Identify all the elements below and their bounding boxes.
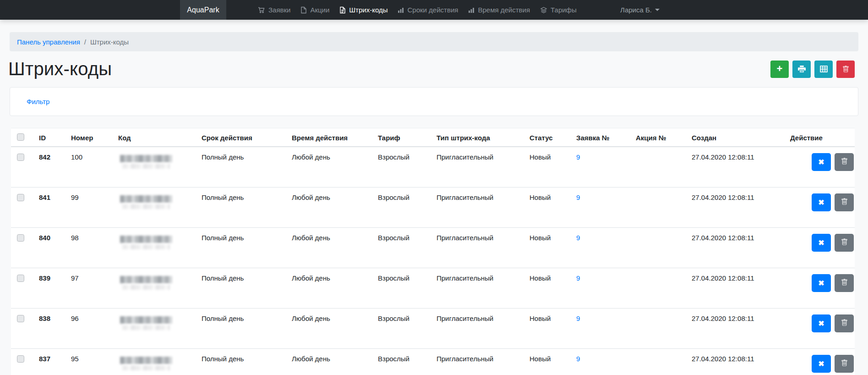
cell-tariff: Взрослый bbox=[372, 349, 431, 375]
cell-time: Любой день bbox=[286, 309, 372, 349]
cell-id: 839 bbox=[33, 268, 65, 309]
row-delete-button[interactable] bbox=[835, 234, 854, 252]
deactivate-button[interactable]: ✖ bbox=[812, 314, 831, 332]
layers-icon bbox=[540, 6, 547, 14]
request-link[interactable]: 9 bbox=[576, 314, 580, 322]
row-delete-button[interactable] bbox=[835, 274, 854, 292]
cart-icon bbox=[258, 6, 265, 14]
x-icon: ✖ bbox=[818, 359, 824, 368]
nav-item-label: Заявки bbox=[268, 6, 290, 14]
cell-number: 96 bbox=[65, 309, 112, 349]
cell-tariff: Взрослый bbox=[372, 309, 431, 349]
cell-status: Новый bbox=[524, 188, 570, 228]
breadcrumb-home-link[interactable]: Панель управления bbox=[17, 38, 80, 46]
brand-link[interactable]: AquaPark bbox=[180, 0, 226, 20]
nav-item-time-of-action[interactable]: Время действия bbox=[463, 0, 535, 20]
request-link[interactable]: 9 bbox=[576, 234, 580, 242]
nav-item-orders[interactable]: Заявки bbox=[253, 0, 295, 20]
select-all-checkbox[interactable] bbox=[17, 133, 24, 141]
nav-item-barcodes[interactable]: Штрих-коды bbox=[334, 0, 393, 20]
nav-item-validity-terms[interactable]: Сроки действия bbox=[393, 0, 463, 20]
deactivate-button[interactable]: ✖ bbox=[812, 355, 831, 373]
cell-id: 840 bbox=[33, 228, 65, 268]
x-icon: ✖ bbox=[818, 238, 824, 247]
cell-validity: Полный день bbox=[196, 228, 286, 268]
table-row: 839 97 Полный день Любой день Взрослый П… bbox=[11, 268, 855, 309]
barcode-image bbox=[118, 236, 174, 268]
cell-promo bbox=[630, 268, 686, 309]
cell-id: 838 bbox=[33, 309, 65, 349]
deactivate-button[interactable]: ✖ bbox=[812, 193, 831, 211]
row-delete-button[interactable] bbox=[835, 193, 854, 211]
cell-type: Пригласительный bbox=[431, 349, 524, 375]
nav-item-label: Штрих-коды bbox=[349, 6, 388, 14]
bar-chart-icon bbox=[398, 7, 404, 13]
user-menu[interactable]: Лариса Б. bbox=[620, 0, 660, 20]
cell-created: 27.04.2020 12:08:11 bbox=[686, 188, 784, 228]
deactivate-button[interactable]: ✖ bbox=[812, 234, 831, 252]
col-tariff: Тариф bbox=[372, 128, 431, 147]
cell-number: 97 bbox=[65, 268, 112, 309]
cell-number: 95 bbox=[65, 349, 112, 375]
row-delete-button[interactable] bbox=[835, 153, 854, 171]
export-table-button[interactable] bbox=[814, 61, 833, 78]
cell-validity: Полный день bbox=[196, 309, 286, 349]
cell-created: 27.04.2020 12:08:11 bbox=[686, 268, 784, 309]
request-link[interactable]: 9 bbox=[576, 274, 580, 282]
row-delete-button[interactable] bbox=[835, 314, 854, 332]
row-checkbox[interactable] bbox=[17, 275, 24, 282]
cell-created: 27.04.2020 12:08:11 bbox=[686, 309, 784, 349]
table-icon bbox=[820, 65, 828, 73]
barcode-image bbox=[118, 357, 174, 375]
cell-tariff: Взрослый bbox=[372, 188, 431, 228]
cell-tariff: Взрослый bbox=[372, 228, 431, 268]
cell-number: 100 bbox=[65, 147, 112, 188]
cell-time: Любой день bbox=[286, 147, 372, 188]
page-title: Штрих-коды bbox=[8, 59, 112, 79]
cell-time: Любой день bbox=[286, 228, 372, 268]
request-link[interactable]: 9 bbox=[576, 355, 580, 363]
breadcrumb-current: Штрих-коды bbox=[90, 38, 129, 46]
bar-chart-icon bbox=[468, 7, 475, 13]
add-button[interactable]: + bbox=[770, 61, 789, 78]
trash-icon bbox=[842, 66, 849, 73]
print-button[interactable] bbox=[792, 61, 811, 78]
cell-validity: Полный день bbox=[196, 147, 286, 188]
request-link[interactable]: 9 bbox=[576, 153, 580, 161]
request-link[interactable]: 9 bbox=[576, 193, 580, 201]
file-icon bbox=[300, 6, 307, 14]
nav-item-promos[interactable]: Акции bbox=[295, 0, 334, 20]
barcode-image bbox=[118, 276, 174, 308]
top-navbar: AquaPark Заявки Акции Штрих-коды bbox=[0, 0, 868, 20]
deactivate-button[interactable]: ✖ bbox=[812, 274, 831, 292]
x-icon: ✖ bbox=[818, 319, 824, 328]
row-checkbox[interactable] bbox=[17, 234, 24, 242]
navbar-left-spacer bbox=[0, 0, 180, 20]
row-checkbox[interactable] bbox=[17, 154, 24, 161]
table-row: 841 99 Полный день Любой день Взрослый П… bbox=[11, 188, 855, 228]
row-checkbox[interactable] bbox=[17, 355, 24, 363]
col-status: Статус bbox=[524, 128, 570, 147]
cell-type: Пригласительный bbox=[431, 228, 524, 268]
trash-icon bbox=[841, 238, 848, 247]
cell-id: 837 bbox=[33, 349, 65, 375]
filter-toggle-link[interactable]: Фильтр bbox=[27, 98, 49, 105]
cell-promo bbox=[630, 188, 686, 228]
nav-item-tariffs[interactable]: Тарифы bbox=[535, 0, 582, 20]
table-row: 837 95 Полный день Любой день Взрослый П… bbox=[11, 349, 855, 375]
deactivate-button[interactable]: ✖ bbox=[812, 153, 831, 171]
delete-all-button[interactable] bbox=[836, 61, 855, 78]
row-checkbox[interactable] bbox=[17, 315, 24, 322]
nav-item-label: Время действия bbox=[478, 6, 530, 14]
barcodes-table: ID Номер Код Срок действия Время действи… bbox=[11, 128, 855, 375]
cell-promo bbox=[630, 228, 686, 268]
nav-item-label: Тарифы bbox=[551, 6, 577, 14]
row-delete-button[interactable] bbox=[835, 355, 854, 373]
row-checkbox[interactable] bbox=[17, 194, 24, 201]
cell-type: Пригласительный bbox=[431, 147, 524, 188]
nav-item-label: Сроки действия bbox=[407, 6, 458, 14]
cell-type: Пригласительный bbox=[431, 188, 524, 228]
trash-icon bbox=[841, 319, 848, 328]
filter-panel: Фильтр bbox=[10, 87, 858, 116]
cell-created: 27.04.2020 12:08:11 bbox=[686, 147, 784, 188]
